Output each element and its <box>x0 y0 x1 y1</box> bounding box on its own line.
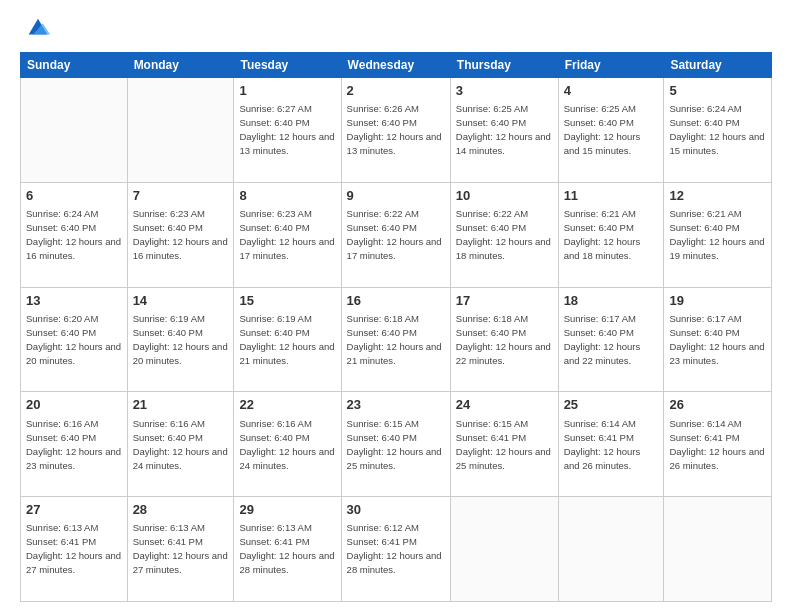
weekday-header-tuesday: Tuesday <box>234 53 341 78</box>
day-number: 28 <box>133 501 229 519</box>
day-number: 25 <box>564 396 659 414</box>
day-cell: 27Sunrise: 6:13 AM Sunset: 6:41 PM Dayli… <box>21 497 128 602</box>
day-info: Sunrise: 6:18 AM Sunset: 6:40 PM Dayligh… <box>456 313 551 366</box>
page: SundayMondayTuesdayWednesdayThursdayFrid… <box>0 0 792 612</box>
day-cell: 6Sunrise: 6:24 AM Sunset: 6:40 PM Daylig… <box>21 182 128 287</box>
day-number: 11 <box>564 187 659 205</box>
day-number: 9 <box>347 187 445 205</box>
day-number: 3 <box>456 82 553 100</box>
day-number: 14 <box>133 292 229 310</box>
day-number: 13 <box>26 292 122 310</box>
day-cell: 2Sunrise: 6:26 AM Sunset: 6:40 PM Daylig… <box>341 78 450 183</box>
day-info: Sunrise: 6:25 AM Sunset: 6:40 PM Dayligh… <box>564 103 641 156</box>
day-cell: 7Sunrise: 6:23 AM Sunset: 6:40 PM Daylig… <box>127 182 234 287</box>
day-cell: 20Sunrise: 6:16 AM Sunset: 6:40 PM Dayli… <box>21 392 128 497</box>
day-cell <box>450 497 558 602</box>
day-info: Sunrise: 6:13 AM Sunset: 6:41 PM Dayligh… <box>26 522 121 575</box>
day-number: 6 <box>26 187 122 205</box>
day-cell: 8Sunrise: 6:23 AM Sunset: 6:40 PM Daylig… <box>234 182 341 287</box>
day-number: 16 <box>347 292 445 310</box>
day-cell: 1Sunrise: 6:27 AM Sunset: 6:40 PM Daylig… <box>234 78 341 183</box>
day-cell: 25Sunrise: 6:14 AM Sunset: 6:41 PM Dayli… <box>558 392 664 497</box>
day-info: Sunrise: 6:21 AM Sunset: 6:40 PM Dayligh… <box>564 208 641 261</box>
day-cell: 19Sunrise: 6:17 AM Sunset: 6:40 PM Dayli… <box>664 287 772 392</box>
day-number: 17 <box>456 292 553 310</box>
day-info: Sunrise: 6:16 AM Sunset: 6:40 PM Dayligh… <box>26 418 121 471</box>
day-number: 15 <box>239 292 335 310</box>
day-number: 29 <box>239 501 335 519</box>
weekday-header-sunday: Sunday <box>21 53 128 78</box>
day-number: 27 <box>26 501 122 519</box>
day-cell: 23Sunrise: 6:15 AM Sunset: 6:40 PM Dayli… <box>341 392 450 497</box>
day-cell: 24Sunrise: 6:15 AM Sunset: 6:41 PM Dayli… <box>450 392 558 497</box>
day-cell <box>21 78 128 183</box>
logo-icon <box>24 14 52 42</box>
day-cell: 13Sunrise: 6:20 AM Sunset: 6:40 PM Dayli… <box>21 287 128 392</box>
weekday-header-saturday: Saturday <box>664 53 772 78</box>
day-info: Sunrise: 6:17 AM Sunset: 6:40 PM Dayligh… <box>564 313 641 366</box>
day-cell: 10Sunrise: 6:22 AM Sunset: 6:40 PM Dayli… <box>450 182 558 287</box>
day-number: 23 <box>347 396 445 414</box>
day-number: 24 <box>456 396 553 414</box>
day-cell: 9Sunrise: 6:22 AM Sunset: 6:40 PM Daylig… <box>341 182 450 287</box>
day-cell <box>127 78 234 183</box>
day-info: Sunrise: 6:17 AM Sunset: 6:40 PM Dayligh… <box>669 313 764 366</box>
week-row-1: 1Sunrise: 6:27 AM Sunset: 6:40 PM Daylig… <box>21 78 772 183</box>
day-number: 30 <box>347 501 445 519</box>
day-cell: 16Sunrise: 6:18 AM Sunset: 6:40 PM Dayli… <box>341 287 450 392</box>
day-info: Sunrise: 6:25 AM Sunset: 6:40 PM Dayligh… <box>456 103 551 156</box>
day-info: Sunrise: 6:27 AM Sunset: 6:40 PM Dayligh… <box>239 103 334 156</box>
day-number: 21 <box>133 396 229 414</box>
day-number: 18 <box>564 292 659 310</box>
day-cell: 26Sunrise: 6:14 AM Sunset: 6:41 PM Dayli… <box>664 392 772 497</box>
day-number: 8 <box>239 187 335 205</box>
day-cell: 18Sunrise: 6:17 AM Sunset: 6:40 PM Dayli… <box>558 287 664 392</box>
weekday-header-thursday: Thursday <box>450 53 558 78</box>
day-info: Sunrise: 6:19 AM Sunset: 6:40 PM Dayligh… <box>239 313 334 366</box>
day-number: 1 <box>239 82 335 100</box>
day-info: Sunrise: 6:19 AM Sunset: 6:40 PM Dayligh… <box>133 313 228 366</box>
day-number: 20 <box>26 396 122 414</box>
day-info: Sunrise: 6:15 AM Sunset: 6:41 PM Dayligh… <box>456 418 551 471</box>
day-number: 5 <box>669 82 766 100</box>
day-cell <box>664 497 772 602</box>
day-number: 10 <box>456 187 553 205</box>
weekday-header-row: SundayMondayTuesdayWednesdayThursdayFrid… <box>21 53 772 78</box>
day-info: Sunrise: 6:15 AM Sunset: 6:40 PM Dayligh… <box>347 418 442 471</box>
day-number: 19 <box>669 292 766 310</box>
day-number: 2 <box>347 82 445 100</box>
week-row-3: 13Sunrise: 6:20 AM Sunset: 6:40 PM Dayli… <box>21 287 772 392</box>
day-info: Sunrise: 6:21 AM Sunset: 6:40 PM Dayligh… <box>669 208 764 261</box>
logo <box>20 18 52 42</box>
week-row-5: 27Sunrise: 6:13 AM Sunset: 6:41 PM Dayli… <box>21 497 772 602</box>
calendar-table: SundayMondayTuesdayWednesdayThursdayFrid… <box>20 52 772 602</box>
day-cell <box>558 497 664 602</box>
day-info: Sunrise: 6:16 AM Sunset: 6:40 PM Dayligh… <box>133 418 228 471</box>
day-number: 26 <box>669 396 766 414</box>
week-row-4: 20Sunrise: 6:16 AM Sunset: 6:40 PM Dayli… <box>21 392 772 497</box>
day-info: Sunrise: 6:16 AM Sunset: 6:40 PM Dayligh… <box>239 418 334 471</box>
day-cell: 17Sunrise: 6:18 AM Sunset: 6:40 PM Dayli… <box>450 287 558 392</box>
day-info: Sunrise: 6:13 AM Sunset: 6:41 PM Dayligh… <box>133 522 228 575</box>
day-cell: 5Sunrise: 6:24 AM Sunset: 6:40 PM Daylig… <box>664 78 772 183</box>
day-info: Sunrise: 6:18 AM Sunset: 6:40 PM Dayligh… <box>347 313 442 366</box>
day-cell: 22Sunrise: 6:16 AM Sunset: 6:40 PM Dayli… <box>234 392 341 497</box>
day-info: Sunrise: 6:23 AM Sunset: 6:40 PM Dayligh… <box>133 208 228 261</box>
weekday-header-friday: Friday <box>558 53 664 78</box>
day-cell: 12Sunrise: 6:21 AM Sunset: 6:40 PM Dayli… <box>664 182 772 287</box>
day-cell: 15Sunrise: 6:19 AM Sunset: 6:40 PM Dayli… <box>234 287 341 392</box>
day-info: Sunrise: 6:26 AM Sunset: 6:40 PM Dayligh… <box>347 103 442 156</box>
day-info: Sunrise: 6:22 AM Sunset: 6:40 PM Dayligh… <box>347 208 442 261</box>
day-number: 22 <box>239 396 335 414</box>
day-cell: 14Sunrise: 6:19 AM Sunset: 6:40 PM Dayli… <box>127 287 234 392</box>
day-info: Sunrise: 6:14 AM Sunset: 6:41 PM Dayligh… <box>564 418 641 471</box>
day-info: Sunrise: 6:24 AM Sunset: 6:40 PM Dayligh… <box>26 208 121 261</box>
day-cell: 11Sunrise: 6:21 AM Sunset: 6:40 PM Dayli… <box>558 182 664 287</box>
day-cell: 28Sunrise: 6:13 AM Sunset: 6:41 PM Dayli… <box>127 497 234 602</box>
weekday-header-wednesday: Wednesday <box>341 53 450 78</box>
day-cell: 30Sunrise: 6:12 AM Sunset: 6:41 PM Dayli… <box>341 497 450 602</box>
day-number: 12 <box>669 187 766 205</box>
week-row-2: 6Sunrise: 6:24 AM Sunset: 6:40 PM Daylig… <box>21 182 772 287</box>
day-info: Sunrise: 6:13 AM Sunset: 6:41 PM Dayligh… <box>239 522 334 575</box>
day-cell: 29Sunrise: 6:13 AM Sunset: 6:41 PM Dayli… <box>234 497 341 602</box>
